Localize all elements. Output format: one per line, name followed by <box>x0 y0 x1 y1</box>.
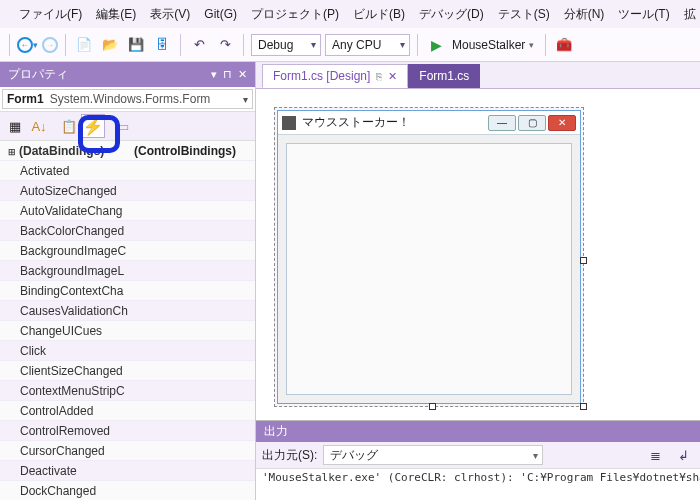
menu-project[interactable]: プロジェクト(P) <box>244 2 346 27</box>
menu-ext[interactable]: 拡 <box>677 2 700 27</box>
menu-git[interactable]: Git(G) <box>197 3 244 25</box>
event-row[interactable]: BackColorChanged <box>0 221 255 241</box>
minimize-icon: — <box>488 115 516 131</box>
menu-debug[interactable]: デバッグ(D) <box>412 2 491 27</box>
event-name: CausesValidationCh <box>0 304 130 318</box>
selected-object-name: Form1 <box>7 92 44 106</box>
nav-back-button[interactable]: ←▾ <box>17 37 38 53</box>
event-row[interactable]: BindingContextCha <box>0 281 255 301</box>
events-grid[interactable]: ⊞(DataBindings) (ControlBindings) Activa… <box>0 141 255 500</box>
properties-panel: プロパティ ▾ ⊓ ✕ Form1 System.Windows.Forms.F… <box>0 62 256 500</box>
menu-tools[interactable]: ツール(T) <box>611 2 676 27</box>
expand-icon[interactable]: ⊞ <box>8 147 16 157</box>
selected-object-type: System.Windows.Forms.Form <box>50 92 211 106</box>
window-menu-icon[interactable]: ▾ <box>211 68 217 81</box>
event-name: AutoValidateChang <box>0 204 130 218</box>
event-name: ControlAdded <box>0 404 130 418</box>
tab-design-label: Form1.cs [Design] <box>273 69 370 83</box>
event-name: ContextMenuStripC <box>0 384 130 398</box>
tab-code[interactable]: Form1.cs <box>408 64 480 88</box>
object-selector[interactable]: Form1 System.Windows.Forms.Form <box>2 89 253 109</box>
save-all-button[interactable]: 🗄 <box>151 34 173 56</box>
form-icon <box>282 116 296 130</box>
menu-test[interactable]: テスト(S) <box>491 2 557 27</box>
tab-code-label: Form1.cs <box>419 69 469 83</box>
maximize-icon: ▢ <box>518 115 546 131</box>
event-row[interactable]: BackgroundImageC <box>0 241 255 261</box>
close-tab-icon[interactable]: ✕ <box>388 70 397 83</box>
databindings-row[interactable]: ⊞(DataBindings) (ControlBindings) <box>0 141 255 161</box>
platform-combo[interactable]: Any CPU <box>325 34 410 56</box>
event-name: BackColorChanged <box>0 224 130 238</box>
save-button[interactable]: 💾 <box>125 34 147 56</box>
output-title: 出力 <box>256 421 700 442</box>
event-row[interactable]: Activated <box>0 161 255 181</box>
categorized-button[interactable]: ▦ <box>3 114 27 138</box>
events-view-button[interactable]: ⚡ <box>81 114 105 138</box>
event-name: ChangeUICues <box>0 324 130 338</box>
event-row[interactable]: ContextMenuStripC <box>0 381 255 401</box>
resize-handle-s[interactable] <box>429 403 436 410</box>
config-combo[interactable]: Debug <box>251 34 321 56</box>
output-text[interactable]: 'MouseStalker.exe' (CoreCLR: clrhost): '… <box>256 469 700 500</box>
tab-design[interactable]: Form1.cs [Design] ⎘ ✕ <box>262 64 408 88</box>
designer-area: Form1.cs [Design] ⎘ ✕ Form1.cs マウスストーカー！… <box>256 62 700 500</box>
properties-titlebar: プロパティ ▾ ⊓ ✕ <box>0 62 255 87</box>
resize-handle-se[interactable] <box>580 403 587 410</box>
start-button[interactable]: MouseStalker▾ <box>448 38 538 52</box>
output-clear-button[interactable]: ≣ <box>644 444 666 466</box>
event-name: Click <box>0 344 130 358</box>
resize-handle-e[interactable] <box>580 257 587 264</box>
menu-bar: ファイル(F) 編集(E) 表示(V) Git(G) プロジェクト(P) ビルド… <box>0 0 700 28</box>
pin-icon[interactable]: ⊓ <box>223 68 232 81</box>
redo-button[interactable]: ↷ <box>214 34 236 56</box>
config-value: Debug <box>258 38 293 52</box>
output-source-combo[interactable]: デバッグ <box>323 445 543 465</box>
toolbox-button[interactable]: 🧰 <box>553 34 575 56</box>
properties-view-button[interactable]: 📋 <box>57 114 81 138</box>
pin-tab-icon[interactable]: ⎘ <box>376 71 382 82</box>
form-title-text: マウスストーカー！ <box>302 114 410 131</box>
event-row[interactable]: ControlAdded <box>0 401 255 421</box>
menu-file[interactable]: ファイル(F) <box>12 2 89 27</box>
output-wrap-button[interactable]: ↲ <box>672 444 694 466</box>
event-row[interactable]: CursorChanged <box>0 441 255 461</box>
event-row[interactable]: AutoValidateChang <box>0 201 255 221</box>
output-source-label: 出力元(S): <box>262 447 317 464</box>
nav-fwd-button[interactable]: → <box>42 37 58 53</box>
form-client-area[interactable] <box>286 143 572 395</box>
close-icon[interactable]: ✕ <box>238 68 247 81</box>
event-row[interactable]: ClientSizeChanged <box>0 361 255 381</box>
properties-title-text: プロパティ <box>8 66 68 83</box>
event-name: ControlRemoved <box>0 424 130 438</box>
menu-edit[interactable]: 編集(E) <box>89 2 143 27</box>
start-icon: ▶ <box>431 37 442 53</box>
new-item-button[interactable]: 📄 <box>73 34 95 56</box>
event-name: ClientSizeChanged <box>0 364 130 378</box>
event-name: Deactivate <box>0 464 130 478</box>
open-button[interactable]: 📂 <box>99 34 121 56</box>
event-row[interactable]: CausesValidationCh <box>0 301 255 321</box>
form-selection[interactable]: マウスストーカー！ — ▢ ✕ <box>274 107 584 407</box>
event-row[interactable]: ControlRemoved <box>0 421 255 441</box>
event-row[interactable]: AutoSizeChanged <box>0 181 255 201</box>
properties-toolbar: ▦ A↓ 📋 ⚡ ▭ <box>0 111 255 141</box>
event-row[interactable]: Click <box>0 341 255 361</box>
alphabetical-button[interactable]: A↓ <box>27 114 51 138</box>
event-row[interactable]: BackgroundImageL <box>0 261 255 281</box>
menu-build[interactable]: ビルド(B) <box>346 2 412 27</box>
platform-value: Any CPU <box>332 38 381 52</box>
prop-pages-button[interactable]: ▭ <box>111 114 135 138</box>
event-name: AutoSizeChanged <box>0 184 130 198</box>
event-name: DockChanged <box>0 484 130 498</box>
menu-analyze[interactable]: 分析(N) <box>557 2 612 27</box>
menu-view[interactable]: 表示(V) <box>143 2 197 27</box>
event-row[interactable]: ChangeUICues <box>0 321 255 341</box>
event-row[interactable]: DockChanged <box>0 481 255 500</box>
undo-button[interactable]: ↶ <box>188 34 210 56</box>
event-row[interactable]: Deactivate <box>0 461 255 481</box>
event-name: BackgroundImageL <box>0 264 130 278</box>
event-name: CursorChanged <box>0 444 130 458</box>
close-form-icon: ✕ <box>548 115 576 131</box>
design-surface[interactable]: マウスストーカー！ — ▢ ✕ 出力 出力元(S): デバッグ ≣ <box>256 88 700 500</box>
